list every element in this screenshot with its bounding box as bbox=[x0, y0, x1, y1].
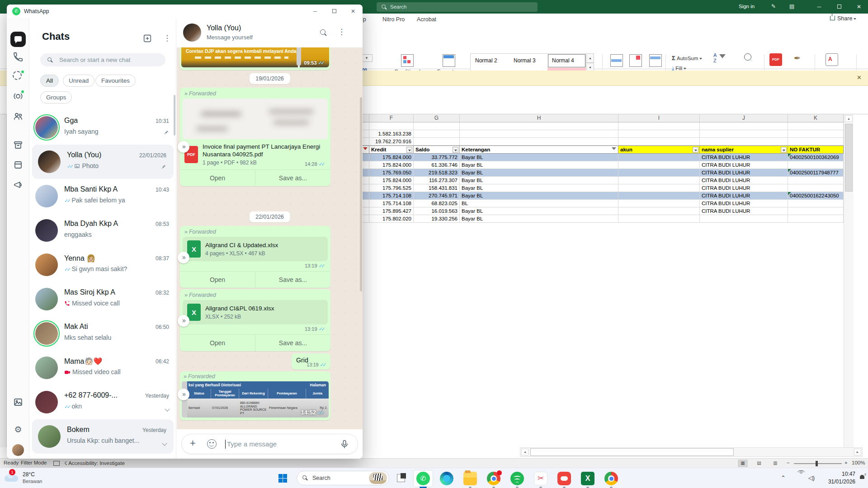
cell-akun[interactable] bbox=[618, 177, 700, 184]
sheet-cell[interactable] bbox=[363, 200, 369, 207]
scroll-left-icon[interactable]: ◄ bbox=[521, 449, 528, 455]
cell-no-faktur[interactable] bbox=[788, 184, 844, 192]
sheet-cell[interactable] bbox=[363, 169, 369, 177]
filter-dropdown-icon[interactable] bbox=[693, 147, 698, 153]
open-file-button[interactable]: Open bbox=[180, 170, 255, 186]
cell-akun[interactable] bbox=[618, 184, 700, 192]
taskbar-search-box[interactable]: Search bbox=[297, 471, 389, 485]
cell-keterangan[interactable]: Bayar BL bbox=[460, 215, 618, 223]
excel-restore-button[interactable] bbox=[829, 0, 849, 14]
avatar[interactable] bbox=[35, 288, 58, 310]
tab-acrobat[interactable]: Acrobat bbox=[417, 16, 436, 23]
taskbar-whatsapp-icon[interactable]: ✆ bbox=[416, 472, 430, 485]
cell-no-faktur[interactable] bbox=[788, 161, 844, 169]
sheet-cell[interactable] bbox=[363, 154, 369, 161]
column-header-I[interactable]: I bbox=[618, 114, 700, 122]
excel-search-box[interactable]: Search bbox=[377, 2, 538, 12]
taskbar-edge-icon[interactable] bbox=[440, 472, 453, 485]
taskbar-excel-icon[interactable]: X bbox=[581, 472, 594, 485]
excel-minimize-button[interactable]: ─ bbox=[809, 0, 829, 14]
sheet-cell[interactable] bbox=[618, 130, 700, 138]
cell-nama-suplier[interactable]: CITRA BUDI LUHUR bbox=[700, 192, 788, 200]
cell-no-faktur[interactable] bbox=[788, 200, 844, 207]
open-file-button[interactable]: Open bbox=[180, 335, 255, 351]
chat-list-item-mama------[interactable]: Mama🧓🏻❤️06:42Missed video call bbox=[29, 351, 176, 385]
header-saldo[interactable]: Saldo bbox=[414, 145, 460, 154]
sheet-cell[interactable] bbox=[460, 122, 618, 130]
zoom-in-icon[interactable]: + bbox=[844, 460, 848, 465]
header-keterangan[interactable]: Keterangan bbox=[460, 145, 618, 154]
taskbar-chrome-icon[interactable] bbox=[487, 472, 500, 485]
conversation-avatar[interactable] bbox=[183, 23, 201, 42]
cell-saldo[interactable]: 270.745.971 bbox=[414, 192, 460, 200]
horizontal-scroll-thumb[interactable] bbox=[530, 448, 734, 456]
filter-header-sliver[interactable] bbox=[363, 145, 369, 154]
column-header-sliver[interactable] bbox=[363, 114, 369, 122]
message-composer[interactable]: + Type a message bbox=[181, 434, 358, 454]
style-normal-3[interactable]: Normal 3 bbox=[509, 54, 547, 68]
sheet-cell[interactable] bbox=[369, 122, 414, 130]
chat-list-item-mas-siroj-kkp-a[interactable]: Mas Siroj Kkp A08:32Missed voice call bbox=[29, 282, 176, 316]
cell-saldo[interactable]: 158.431.831 bbox=[414, 184, 460, 192]
taskbar-spotify-icon[interactable] bbox=[510, 472, 524, 485]
share-button[interactable]: Share bbox=[830, 15, 866, 25]
save-as-button[interactable]: Save as... bbox=[255, 170, 330, 186]
cell-saldo[interactable]: 16.019.563 bbox=[414, 207, 460, 215]
avatar[interactable] bbox=[38, 425, 61, 448]
profile-avatar[interactable] bbox=[12, 444, 24, 456]
page-break-view-button[interactable]: ▥ bbox=[770, 460, 780, 467]
cell-kredit[interactable]: 175.824.000 bbox=[369, 177, 414, 184]
chat-list-item-yolla--you-[interactable]: Yolla (You)22/01/2026✓✓Photo bbox=[32, 145, 174, 179]
nav-archived-icon[interactable] bbox=[13, 140, 24, 150]
cell-keterangan[interactable]: Bayar BL bbox=[460, 169, 618, 177]
cell-akun[interactable] bbox=[618, 169, 700, 177]
cell-kredit[interactable]: 175.895.427 bbox=[369, 207, 414, 215]
sheet-cell[interactable] bbox=[700, 122, 788, 130]
whatsapp-restore-button[interactable] bbox=[325, 5, 344, 18]
attach-plus-icon[interactable]: + bbox=[190, 437, 196, 449]
cell-kredit[interactable]: 175.802.020 bbox=[369, 215, 414, 223]
sheet-cell[interactable] bbox=[363, 207, 369, 215]
forward-bubble-icon[interactable]: » bbox=[178, 141, 189, 153]
cell-nama-suplier[interactable]: CITRA BUDI LUHUR bbox=[700, 161, 788, 169]
notification-bell-icon[interactable] bbox=[859, 474, 865, 481]
chat-list-item-yenna-----[interactable]: Yenna 👩🏼08:37✓✓Si gwyn masi sakit? bbox=[29, 248, 176, 282]
normal-view-button[interactable]: ▦ bbox=[738, 460, 748, 467]
cell-keterangan[interactable]: Bayar BL bbox=[460, 161, 618, 169]
cell-kredit[interactable]: 175.714.108 bbox=[369, 192, 414, 200]
sheet-cell[interactable] bbox=[363, 192, 369, 200]
cell-keterangan[interactable]: Bayar BL bbox=[460, 207, 618, 215]
chat-list-item-bokem[interactable]: BokemYesterdayUrsula Kkp: cuih banget... bbox=[32, 419, 174, 454]
cell-keterangan[interactable]: Bayar BL bbox=[460, 177, 618, 184]
sign-in-button[interactable]: Sign in bbox=[739, 4, 755, 9]
open-file-button[interactable]: Open bbox=[180, 272, 255, 288]
vertical-scroll-thumb[interactable] bbox=[845, 124, 853, 192]
cell-akun[interactable] bbox=[618, 161, 700, 169]
forward-bubble-icon[interactable]: » bbox=[178, 252, 189, 263]
nav-tools-icon[interactable] bbox=[13, 179, 24, 190]
cell-saldo[interactable]: 33.775.772 bbox=[414, 154, 460, 161]
nav-communities-icon[interactable] bbox=[13, 111, 24, 122]
cell-kredit[interactable]: 175.769.050 bbox=[369, 169, 414, 177]
nav-calls-icon[interactable] bbox=[13, 52, 24, 62]
avatar[interactable] bbox=[35, 116, 58, 139]
column-header-H[interactable]: H bbox=[460, 114, 618, 122]
zoom-slider-thumb[interactable] bbox=[816, 461, 818, 466]
accessibility-status[interactable]: ☇ Accessibility: Investigate bbox=[64, 460, 125, 466]
page-layout-view-button[interactable]: ▤ bbox=[754, 460, 764, 467]
avatar[interactable] bbox=[35, 219, 58, 242]
sheet-cell[interactable] bbox=[363, 184, 369, 192]
cell-saldo[interactable]: 68.823.025 bbox=[414, 200, 460, 207]
cell-nama-suplier[interactable]: CITRA BUDI LUHUR bbox=[700, 200, 788, 207]
cell-akun[interactable] bbox=[618, 200, 700, 207]
cell-nama-suplier[interactable]: CITRA BUDI LUHUR bbox=[700, 169, 788, 177]
clock[interactable]: 10:47 31/01/2026 bbox=[828, 470, 855, 486]
scroll-right-icon[interactable]: ► bbox=[854, 449, 861, 455]
conversation-menu-icon[interactable]: ⋮ bbox=[338, 27, 345, 37]
cell-nama-suplier[interactable]: CITRA BUDI LUHUR bbox=[700, 177, 788, 184]
sheet-cell[interactable] bbox=[700, 138, 788, 145]
cell-keterangan[interactable]: Bayar BL bbox=[460, 192, 618, 200]
ribbon-display-icon[interactable]: ▤ bbox=[789, 3, 794, 9]
sheet-cell[interactable] bbox=[618, 138, 700, 145]
cell-no-faktur[interactable]: 04002500162243050 bbox=[788, 192, 844, 200]
